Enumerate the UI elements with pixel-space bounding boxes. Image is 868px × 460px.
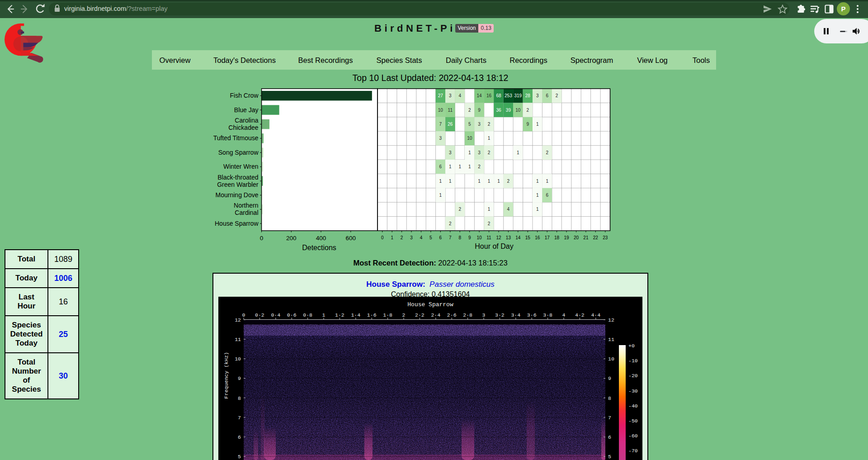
- svg-text:9: 9: [608, 375, 611, 381]
- svg-text:-20: -20: [628, 373, 638, 379]
- svg-text:-50: -50: [628, 418, 638, 424]
- svg-text:2: 2: [402, 312, 406, 318]
- svg-text:1: 1: [322, 312, 326, 318]
- svg-text:3·8: 3·8: [543, 312, 552, 318]
- svg-text:2·4: 2·4: [431, 312, 440, 318]
- svg-text:2·2: 2·2: [415, 312, 425, 318]
- svg-text:-10: -10: [628, 358, 638, 364]
- svg-text:7: 7: [238, 415, 241, 421]
- svg-text:7: 7: [608, 415, 611, 421]
- svg-text:4·4: 4·4: [591, 312, 600, 318]
- svg-text:-40: -40: [628, 403, 638, 409]
- svg-text:8: 8: [608, 395, 611, 401]
- svg-text:5: 5: [238, 454, 241, 460]
- svg-text:1·4: 1·4: [351, 312, 360, 318]
- svg-text:3·6: 3·6: [527, 312, 537, 318]
- svg-text:0: 0: [242, 312, 245, 318]
- svg-text:6: 6: [608, 434, 611, 440]
- svg-text:4: 4: [562, 312, 566, 318]
- svg-text:2·8: 2·8: [463, 312, 472, 318]
- svg-text:4·2: 4·2: [575, 312, 585, 318]
- svg-text:11: 11: [235, 337, 241, 342]
- svg-text:+0: +0: [628, 343, 635, 349]
- svg-text:-30: -30: [628, 388, 638, 394]
- svg-text:Frequency (kHz): Frequency (kHz): [223, 352, 229, 399]
- svg-text:0·2: 0·2: [255, 312, 264, 318]
- svg-text:3: 3: [482, 312, 486, 318]
- svg-text:2·6: 2·6: [447, 312, 457, 318]
- svg-text:11: 11: [608, 337, 614, 342]
- svg-text:1·8: 1·8: [383, 312, 392, 318]
- svg-text:-60: -60: [628, 433, 638, 439]
- svg-text:0·8: 0·8: [303, 312, 312, 318]
- svg-text:12: 12: [235, 317, 241, 323]
- svg-text:10: 10: [608, 356, 614, 362]
- svg-text:10: 10: [235, 356, 241, 362]
- svg-text:3·4: 3·4: [511, 312, 520, 318]
- svg-text:1·6: 1·6: [367, 312, 377, 318]
- svg-text:12: 12: [608, 317, 614, 323]
- svg-text:0·4: 0·4: [271, 312, 280, 318]
- svg-text:5: 5: [608, 454, 611, 460]
- svg-text:0·6: 0·6: [287, 312, 297, 318]
- svg-text:9: 9: [238, 375, 241, 381]
- svg-text:8: 8: [238, 395, 241, 401]
- svg-text:-70: -70: [628, 448, 638, 454]
- svg-text:1·2: 1·2: [335, 312, 344, 318]
- svg-text:3·2: 3·2: [495, 312, 505, 318]
- svg-text:House Sparrow: House Sparrow: [407, 301, 453, 308]
- svg-text:6: 6: [238, 434, 241, 440]
